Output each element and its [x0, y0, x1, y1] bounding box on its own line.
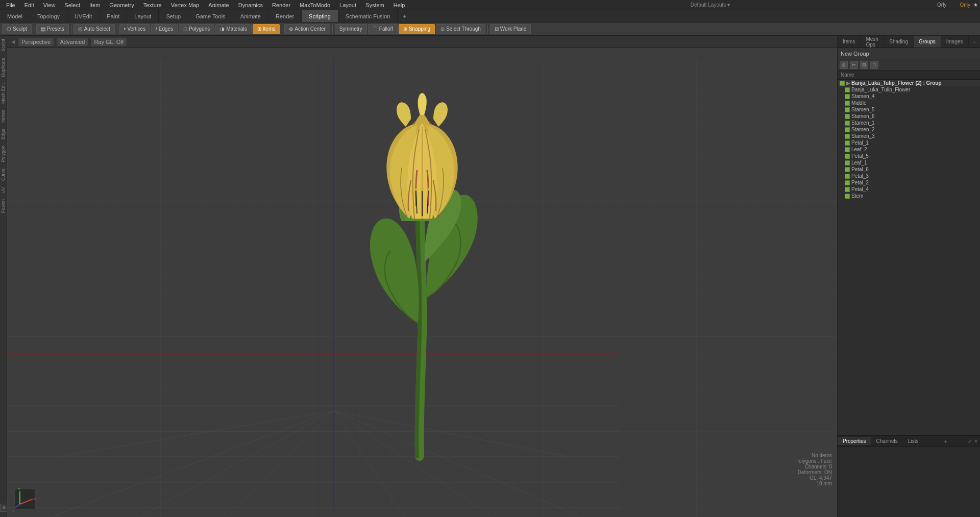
- check-petal1: [845, 140, 850, 146]
- rp-tab-items[interactable]: Items: [838, 36, 861, 48]
- left-label-polygon[interactable]: Polygon: [0, 143, 7, 166]
- tree-item-petal2[interactable]: Petal_2: [843, 179, 980, 186]
- presets-button[interactable]: ▤ Presets: [36, 24, 69, 34]
- tree-root[interactable]: ▶ Banja_Luka_Tulip_Flower (2) : Group: [838, 80, 980, 86]
- groups-name-header: Name: [838, 70, 980, 80]
- menu-view[interactable]: View: [39, 1, 60, 9]
- left-label-sculpt[interactable]: Sculpt: [0, 36, 7, 55]
- auto-select-icon: ◎: [78, 26, 83, 32]
- tree-item-leaf1[interactable]: Leaf_1: [843, 159, 980, 166]
- symmetry-button[interactable]: Symmetry: [335, 24, 367, 34]
- menu-vertex-map[interactable]: Vertex Map: [167, 1, 204, 9]
- viewport-view-label[interactable]: Perspective: [18, 38, 54, 46]
- menu-texture[interactable]: Texture: [139, 1, 166, 9]
- polygons-button[interactable]: ◻ Polygons: [179, 24, 214, 34]
- rp-tab-shading[interactable]: Shading: [884, 36, 914, 48]
- left-label-duplicate[interactable]: Duplicate: [0, 55, 7, 80]
- tree-item-petal1[interactable]: Petal_1: [843, 139, 980, 146]
- rp-tab-groups[interactable]: Groups: [914, 36, 941, 48]
- tab-paint[interactable]: Paint: [100, 10, 127, 22]
- tree-item-petal5[interactable]: Petal_5: [843, 153, 980, 159]
- tab-game-tools[interactable]: Game Tools: [188, 10, 233, 22]
- bt-tab-add[interactable]: +: [940, 437, 951, 445]
- bt-tab-lists[interactable]: Lists: [903, 437, 924, 445]
- left-label-mesh-edit[interactable]: Mesh Edit: [0, 80, 7, 107]
- tree-item-stamen4[interactable]: Stamen_4: [843, 93, 980, 100]
- materials-button[interactable]: ◑ Materials: [215, 24, 252, 34]
- left-label-uv[interactable]: UV: [0, 184, 7, 197]
- tab-animate[interactable]: Animate: [233, 10, 268, 22]
- bt-tab-channels[interactable]: Channels: [871, 437, 903, 445]
- menu-edit[interactable]: Edit: [20, 1, 38, 9]
- tab-render[interactable]: Render: [268, 10, 302, 22]
- menu-layout[interactable]: Layout: [335, 1, 360, 9]
- tree-item-stamen1[interactable]: Stamen_1: [843, 120, 980, 126]
- tree-item-leaf2[interactable]: Leaf_2: [843, 146, 980, 153]
- left-tool-misc[interactable]: ⊞: [0, 504, 7, 512]
- items-button[interactable]: ⊞ Items: [253, 24, 280, 34]
- tree-item-petal3[interactable]: Petal_3: [843, 173, 980, 179]
- sculpt-button[interactable]: ⬡ Sculpt: [2, 24, 32, 34]
- tree-item-petal4[interactable]: Petal_4: [843, 186, 980, 193]
- rp-tab-images[interactable]: Images: [941, 36, 969, 48]
- tree-item-flower[interactable]: Banja_Luka_Tulip_Flower: [843, 86, 980, 93]
- tree-item-middle[interactable]: Middle: [843, 100, 980, 106]
- viewport[interactable]: ◀ Perspective Advanced Ray GL: Off: [7, 36, 837, 517]
- tab-setup[interactable]: Setup: [159, 10, 188, 22]
- viewport-nav-prev[interactable]: ◀: [11, 39, 15, 44]
- rp-tab-mesh-ops[interactable]: Mesh Ops: [861, 36, 884, 48]
- tab-layout[interactable]: Layout: [127, 10, 159, 22]
- groups-icon-3[interactable]: ⊞: [860, 61, 868, 69]
- menu-maxtomodo[interactable]: MaxToModo: [296, 1, 334, 9]
- tab-uvedit[interactable]: UVEdit: [67, 10, 100, 22]
- auto-select-button[interactable]: ◎ Auto Select: [74, 24, 115, 34]
- falloff-button[interactable]: ⌒ Falloff: [368, 24, 398, 34]
- action-center-button[interactable]: ⊕ Action Center: [284, 24, 330, 34]
- groups-icon-4[interactable]: □: [870, 61, 878, 69]
- left-label-edge[interactable]: Edge: [0, 126, 7, 143]
- menu-select[interactable]: Select: [60, 1, 84, 9]
- menu-dynamics[interactable]: Dynamics: [234, 1, 267, 9]
- work-plane-button[interactable]: ⊟ Work Plane: [490, 24, 531, 34]
- groups-tree[interactable]: ▶ Banja_Luka_Tulip_Flower (2) : Group Ba…: [838, 80, 980, 435]
- left-label-fusion[interactable]: Fusion: [0, 196, 7, 216]
- groups-icon-1[interactable]: ◎: [840, 61, 848, 69]
- viewport-ray-gl[interactable]: Ray GL: Off: [91, 38, 127, 46]
- snapping-button[interactable]: ⊛ Snapping: [399, 24, 435, 34]
- bottom-close-icon[interactable]: ✕: [974, 438, 978, 444]
- tree-item-petal6[interactable]: Petal_6: [843, 166, 980, 173]
- menu-item[interactable]: Item: [85, 1, 104, 9]
- tree-root-expand[interactable]: ▶: [846, 81, 850, 86]
- tab-add[interactable]: +: [398, 11, 411, 21]
- menu-animate[interactable]: Animate: [204, 1, 233, 9]
- tab-topology[interactable]: Topology: [30, 10, 67, 22]
- tree-item-stamen5[interactable]: Stamen_5: [843, 106, 980, 113]
- tree-item-stem[interactable]: Stem: [843, 193, 980, 199]
- toolbar-sep-2: [71, 25, 71, 34]
- viewport-advanced-label[interactable]: Advanced: [57, 38, 88, 46]
- tab-model[interactable]: Model: [0, 10, 30, 22]
- check-leaf1: [845, 160, 850, 166]
- menu-help[interactable]: Help: [389, 1, 409, 9]
- new-group-button[interactable]: New Group: [841, 51, 869, 57]
- tree-item-stamen2[interactable]: Stamen_2: [843, 126, 980, 133]
- menu-render[interactable]: Render: [268, 1, 295, 9]
- tree-item-stamen3[interactable]: Stamen_3: [843, 133, 980, 139]
- select-through-button[interactable]: ⊙ Select Through: [436, 24, 485, 34]
- groups-icon-2[interactable]: ✏: [850, 61, 858, 69]
- tree-item-stamen6[interactable]: Stamen_6: [843, 113, 980, 120]
- edges-button[interactable]: / Edges: [151, 24, 178, 34]
- menu-system[interactable]: System: [361, 1, 388, 9]
- bt-tab-properties[interactable]: Properties: [838, 437, 871, 445]
- tab-scripting[interactable]: Scripting: [302, 10, 338, 22]
- left-label-vertex[interactable]: Vertex: [0, 107, 7, 126]
- left-label-curve[interactable]: Curve: [0, 166, 7, 184]
- work-plane-icon: ⊟: [495, 26, 499, 32]
- rp-tab-add[interactable]: +: [969, 37, 980, 46]
- bottom-expand-icon[interactable]: ⤢: [968, 438, 972, 444]
- vertices-button[interactable]: • Vertices: [119, 24, 150, 34]
- presets-icon: ▤: [41, 26, 45, 32]
- menu-file[interactable]: File: [2, 1, 19, 9]
- menu-geometry[interactable]: Geometry: [105, 1, 138, 9]
- tab-schematic-fusion[interactable]: Schematic Fusion: [338, 10, 398, 22]
